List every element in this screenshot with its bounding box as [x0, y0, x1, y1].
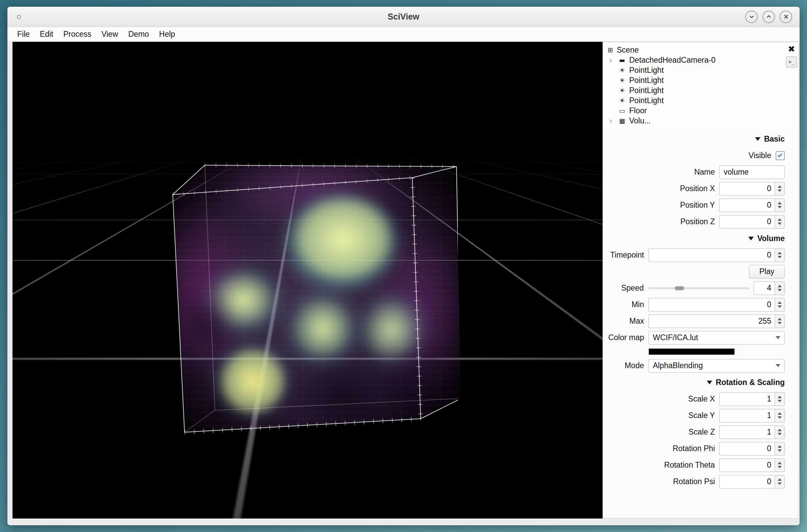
row-color-map: Color map WCIF/ICA.lut	[603, 329, 798, 346]
tree-item-pointlight-4[interactable]: ☀ PointLight	[606, 95, 783, 106]
window-menu-icon[interactable]	[17, 15, 21, 19]
collapse-icon	[755, 137, 760, 141]
spinner-arrows[interactable]	[775, 282, 785, 295]
tree-item-label: PointLight	[629, 76, 664, 85]
rotation-theta-spinner[interactable]	[719, 458, 785, 472]
menu-help[interactable]: Help	[154, 30, 180, 39]
light-icon: ☀	[618, 77, 627, 84]
position-y-spinner[interactable]	[719, 198, 785, 212]
titlebar[interactable]: SciView	[7, 7, 800, 27]
chevron-up-icon	[766, 14, 772, 20]
spinner-arrows[interactable]	[775, 425, 785, 439]
expand-icon[interactable]: ›	[606, 56, 615, 64]
maximize-button[interactable]	[763, 11, 775, 23]
speed-slider[interactable]	[648, 287, 749, 289]
spinner-arrows[interactable]	[775, 248, 785, 262]
spinner-arrows[interactable]	[775, 198, 785, 212]
visible-checkbox[interactable]	[776, 151, 785, 160]
minimize-button[interactable]	[745, 11, 758, 23]
row-scale-y: Scale Y	[603, 407, 798, 424]
main-content: ⊞ Scene › ▬ DetachedHeadCamera-0 ☀ Point…	[7, 42, 800, 525]
speed-spinner[interactable]	[754, 282, 785, 295]
spinner-arrows[interactable]	[775, 215, 785, 229]
section-header-volume[interactable]: Volume	[603, 230, 798, 247]
mode-value: AlphaBlending	[653, 361, 703, 370]
row-position-z: Position Z	[603, 213, 798, 230]
chevron-down-icon	[776, 336, 780, 339]
tree-item-volume[interactable]: › ▦ Volu...	[606, 116, 783, 126]
light-icon: ☀	[618, 87, 627, 94]
rotation-psi-spinner[interactable]	[719, 475, 785, 489]
menu-process[interactable]: Process	[58, 30, 96, 39]
row-position-y: Position Y	[603, 197, 798, 213]
scene-icon: ⊞	[606, 46, 615, 54]
section-header-rotation-scaling[interactable]: Rotation & Scaling	[603, 374, 798, 391]
3d-viewport[interactable]	[13, 42, 603, 518]
tree-item-scene[interactable]: ⊞ Scene	[606, 45, 783, 55]
tree-item-label: Volu...	[629, 116, 651, 126]
tree-item-pointlight-1[interactable]: ☀ PointLight	[606, 65, 783, 75]
menu-bar: File Edit Process View Demo Help	[7, 27, 800, 42]
tree-item-label: Scene	[617, 45, 639, 55]
close-icon	[783, 14, 789, 20]
spinner-arrows[interactable]	[775, 475, 785, 489]
tree-item-pointlight-2[interactable]: ☀ PointLight	[606, 75, 783, 85]
row-rotation-phi: Rotation Phi	[603, 440, 798, 457]
menu-view[interactable]: View	[96, 30, 123, 39]
close-tree-button[interactable]: ✖	[788, 45, 795, 53]
console-button[interactable]: >_	[786, 57, 797, 68]
row-visible: Visible	[603, 147, 798, 164]
position-x-spinner[interactable]	[719, 182, 785, 195]
min-spinner[interactable]	[648, 298, 785, 311]
menu-demo[interactable]: Demo	[123, 30, 154, 39]
inspector-panel: ⊞ Scene › ▬ DetachedHeadCamera-0 ☀ Point…	[603, 42, 798, 518]
menu-edit[interactable]: Edit	[35, 30, 58, 39]
light-icon: ☀	[618, 97, 627, 104]
scale-x-spinner[interactable]	[719, 393, 785, 406]
close-button[interactable]	[780, 11, 792, 23]
spinner-arrows[interactable]	[775, 298, 785, 311]
row-name: Name	[603, 164, 798, 180]
timepoint-spinner[interactable]	[648, 248, 785, 262]
sciview-window: SciView File Edit Process View Demo Help	[7, 7, 800, 525]
max-spinner[interactable]	[648, 315, 785, 328]
tree-item-pointlight-3[interactable]: ☀ PointLight	[606, 85, 783, 95]
section-header-basic[interactable]: Basic	[603, 131, 798, 147]
mode-dropdown[interactable]: AlphaBlending	[648, 359, 785, 373]
volume-bounding-box-icon	[166, 163, 458, 441]
collapse-icon	[707, 381, 712, 384]
name-field[interactable]	[719, 166, 785, 179]
spinner-arrows[interactable]	[775, 442, 785, 455]
spinner-arrows[interactable]	[775, 458, 785, 472]
color-map-dropdown[interactable]: WCIF/ICA.lut	[648, 331, 785, 345]
rotation-phi-spinner[interactable]	[719, 442, 785, 455]
expand-icon[interactable]: ›	[606, 116, 615, 125]
window-controls	[745, 11, 792, 23]
lut-preview-bar	[649, 348, 734, 355]
scene-tree: ⊞ Scene › ▬ DetachedHeadCamera-0 ☀ Point…	[603, 42, 798, 129]
tree-item-label: DetachedHeadCamera-0	[629, 56, 716, 65]
menu-file[interactable]: File	[12, 30, 35, 39]
check-icon	[778, 152, 782, 157]
chevron-down-icon	[749, 14, 755, 20]
scale-z-spinner[interactable]	[719, 425, 785, 439]
row-lut-preview	[603, 346, 798, 357]
play-button[interactable]: Play	[749, 265, 785, 279]
camera-icon: ▬	[618, 56, 627, 64]
volume-icon: ▦	[618, 117, 627, 125]
volume-render[interactable]	[166, 163, 458, 441]
position-z-spinner[interactable]	[719, 215, 785, 229]
row-scale-z: Scale Z	[603, 424, 798, 440]
row-mode: Mode AlphaBlending	[603, 357, 798, 374]
spinner-arrows[interactable]	[775, 315, 785, 328]
spinner-arrows[interactable]	[775, 182, 785, 195]
tree-item-camera[interactable]: › ▬ DetachedHeadCamera-0	[606, 55, 783, 65]
row-scale-x: Scale X	[603, 391, 798, 407]
scale-y-spinner[interactable]	[719, 409, 785, 422]
row-play: Play	[603, 263, 798, 280]
row-timepoint: Timepoint	[603, 247, 798, 263]
slider-handle[interactable]	[675, 286, 684, 290]
spinner-arrows[interactable]	[775, 409, 785, 422]
tree-item-floor[interactable]: ▭ Floor	[606, 106, 783, 116]
spinner-arrows[interactable]	[775, 393, 785, 406]
